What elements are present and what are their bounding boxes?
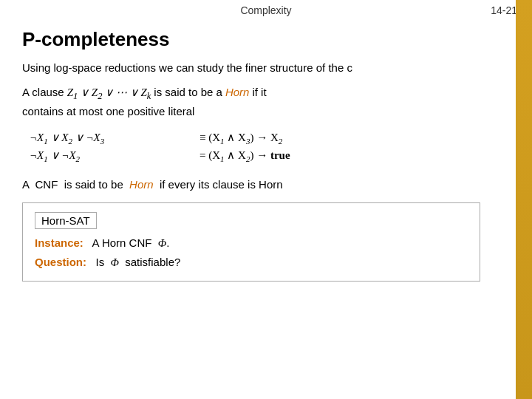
- cnf-line: A CNF is said to be Horn if every its cl…: [22, 178, 510, 191]
- clause-is-said: is said to be a: [154, 86, 222, 98]
- section-title: P-completeness: [22, 28, 510, 51]
- instance-phi: Φ: [158, 237, 166, 249]
- page-number: 14-21: [491, 4, 517, 16]
- instance-text: A Horn CNF: [86, 236, 158, 249]
- horn-word-1: Horn: [225, 86, 250, 98]
- main-content: P-completeness Using log-space reduction…: [0, 21, 532, 289]
- question-phi: Φ: [111, 256, 119, 268]
- question-label: Question:: [35, 256, 86, 268]
- cnf-prefix: A CNF is said to be: [22, 178, 129, 191]
- cnf-suffix: if every its clause is Horn: [154, 178, 283, 191]
- clause-if-it: if it: [252, 86, 266, 98]
- horn-word-2: Horn: [129, 178, 154, 191]
- side-bar-decoration: [516, 0, 532, 399]
- question-rest: satisfiable?: [119, 256, 180, 268]
- horn-sat-box: Horn-SAT Instance: A Horn CNF Φ. Questio…: [22, 202, 480, 282]
- box-question-line: Question: Is Φ satisfiable?: [35, 256, 468, 269]
- formula2-lhs: ¬X1 ∨ ¬X2: [30, 149, 192, 163]
- formulas-block: ¬X1 ∨ X2 ∨ ¬X3 ≡ (X1 ∧ X3) → X2 ¬X1 ∨ ¬X…: [30, 131, 510, 163]
- header: Complexity 14-21: [0, 0, 532, 21]
- clause-math: Z1 ∨ Z2 ∨ ⋯ ∨ Zk: [67, 86, 151, 102]
- formula1-rhs: ≡ (X1 ∧ X3) → X2: [200, 131, 510, 146]
- box-title: Horn-SAT: [35, 212, 97, 229]
- formula2-rhs: = (X1 ∧ X2) → true: [200, 149, 510, 163]
- intro-text: Using log-space reductions we can study …: [22, 61, 510, 74]
- box-instance-line: Instance: A Horn CNF Φ.: [35, 236, 468, 250]
- question-text: Is: [89, 256, 110, 268]
- instance-label: Instance:: [35, 236, 83, 249]
- clause-definition-line: A clause Z1 ∨ Z2 ∨ ⋯ ∨ Zk is said to be …: [22, 86, 510, 102]
- contains-line: contains at most one positive literal: [22, 105, 510, 117]
- header-title: Complexity: [240, 4, 291, 16]
- clause-prefix: A clause: [22, 86, 64, 98]
- instance-period: .: [166, 236, 169, 249]
- formula1-lhs: ¬X1 ∨ X2 ∨ ¬X3: [30, 131, 192, 146]
